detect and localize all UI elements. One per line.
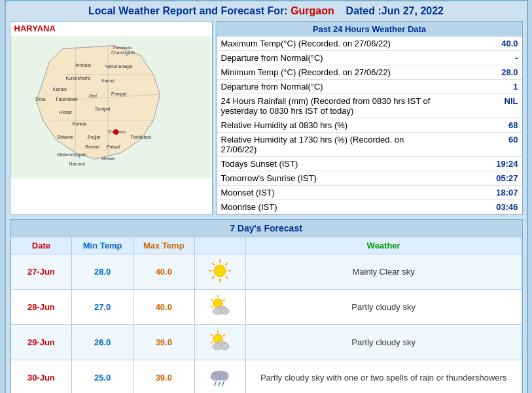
- row-value: 40.0: [446, 37, 522, 51]
- forecast-icon: [194, 290, 245, 325]
- top-section: HARYANA Chandigarh Panchkula Ambala Yamu…: [10, 21, 523, 215]
- svg-point-50: [221, 308, 229, 315]
- svg-text:Palwal: Palwal: [107, 145, 120, 149]
- table-row: Moonset (IST) 18:07: [217, 186, 522, 200]
- svg-text:Panipat: Panipat: [111, 92, 126, 97]
- header-city: Gurgaon: [291, 5, 334, 16]
- header-title-prefix: Local Weather Report and Forecast For:: [88, 5, 288, 16]
- svg-text:Rewari: Rewari: [85, 145, 99, 149]
- row-label: Relative Humidity at 1730 hrs (%) (Recor…: [217, 133, 446, 157]
- row-value: 03:46: [446, 200, 522, 214]
- svg-point-63: [219, 373, 228, 381]
- table-row: Minimum Temp (°C) (Recorded. on 27/06/22…: [217, 65, 522, 80]
- col-header-max: Max Temp: [133, 237, 194, 254]
- table-row: Relative Humidity at 0830 hrs (%) 68: [217, 118, 522, 133]
- row-value: 1: [446, 80, 522, 94]
- table-row: 27-Jun 28.0 40.0 Mainly Clear sky: [10, 254, 522, 290]
- row-value: -: [446, 51, 522, 65]
- svg-line-38: [212, 277, 215, 279]
- forecast-min-temp: 25.0: [72, 360, 133, 394]
- forecast-weather: Partly cloudy sky with one or two spells…: [245, 360, 522, 394]
- svg-text:Panchkula: Panchkula: [113, 46, 131, 50]
- svg-text:Faridabad: Faridabad: [130, 135, 151, 139]
- svg-line-36: [226, 277, 228, 279]
- svg-line-46: [211, 307, 213, 308]
- forecast-weather: Partly cloudy sky: [245, 325, 522, 360]
- svg-text:Ambala: Ambala: [75, 63, 91, 67]
- table-row: 30-Jun 25.0 39.0 Partly cloudy sky with …: [10, 360, 522, 394]
- forecast-weather: Mainly Clear sky: [245, 254, 522, 290]
- row-label: Departure from Normal(°C): [217, 80, 446, 94]
- svg-text:Rohtak: Rohtak: [72, 122, 87, 126]
- table-row: Maximum Temp(°C) (Recorded. on 27/06/22)…: [217, 37, 522, 51]
- svg-text:Mahendragarh: Mahendragarh: [57, 152, 86, 158]
- svg-text:Narnaul: Narnaul: [69, 162, 85, 166]
- svg-text:Bhiwani: Bhiwani: [57, 135, 73, 139]
- svg-text:Jhajjar: Jhajjar: [87, 135, 101, 140]
- row-label: Minimum Temp (°C) (Recorded. on 27/06/22…: [217, 65, 446, 80]
- row-label: Todays Sunset (IST): [217, 157, 446, 171]
- svg-text:Mewat: Mewat: [101, 156, 115, 161]
- table-row: Relative Humidity at 1730 hrs (%) (Recor…: [217, 133, 522, 157]
- table-row: 29-Jun 26.0 39.0 Partly cloudy sky: [10, 325, 522, 360]
- row-label: Maximum Temp(°C) (Recorded. on 27/06/22): [217, 37, 446, 51]
- row-label: 24 Hours Rainfall (mm) (Recorded from 08…: [217, 94, 446, 118]
- svg-text:Kaithal: Kaithal: [52, 87, 67, 92]
- col-header-date: Date: [10, 237, 72, 254]
- svg-text:Chandigarh: Chandigarh: [111, 50, 134, 56]
- weather-data-box: Past 24 Hours Weather Data Maximum Temp(…: [217, 21, 523, 215]
- svg-line-66: [222, 382, 224, 386]
- forecast-min-temp: 28.0: [72, 254, 133, 290]
- row-label: Departure from Normal(°C): [217, 51, 446, 65]
- past24-title: Past 24 Hours Weather Data: [217, 22, 522, 37]
- forecast-icon: [194, 325, 245, 360]
- row-label: Moonrise (IST): [217, 200, 446, 214]
- svg-line-34: [226, 263, 228, 265]
- forecast-icon: [194, 360, 245, 394]
- row-label: Tomorrow's Sunrise (IST): [217, 171, 446, 186]
- row-label: Relative Humidity at 0830 hrs (%): [217, 118, 446, 133]
- svg-text:Sirsa: Sirsa: [35, 97, 45, 101]
- forecast-date: 29-Jun: [10, 325, 72, 360]
- svg-line-65: [219, 382, 220, 386]
- svg-text:Fatehabad: Fatehabad: [56, 97, 77, 101]
- table-row: 28-Jun 27.0 40.0 Partly cloudy sky: [10, 290, 522, 325]
- svg-point-59: [213, 343, 222, 350]
- svg-point-31: [113, 129, 118, 135]
- col-header-min: Min Temp: [72, 237, 133, 254]
- row-value: 05:27: [446, 171, 522, 186]
- col-header-weather: Weather: [245, 237, 522, 254]
- row-value: 18:07: [446, 186, 522, 200]
- weather-data-table: Maximum Temp(°C) (Recorded. on 27/06/22)…: [217, 37, 522, 214]
- forecast-min-temp: 26.0: [72, 325, 133, 360]
- map-box: HARYANA Chandigarh Panchkula Ambala Yamu…: [10, 21, 213, 215]
- svg-text:Sonipat: Sonipat: [95, 107, 111, 112]
- forecast-title: 7 Day's Forecast: [10, 220, 522, 237]
- svg-line-40: [212, 263, 215, 265]
- svg-line-56: [211, 342, 213, 343]
- main-container: Local Weather Report and Forecast For: G…: [5, 0, 528, 393]
- table-row: Departure from Normal(°C) -: [217, 51, 522, 65]
- svg-line-47: [211, 299, 213, 301]
- forecast-date: 30-Jun: [10, 360, 72, 394]
- forecast-max-temp: 40.0: [133, 254, 194, 290]
- forecast-date: 27-Jun: [10, 254, 72, 290]
- forecast-max-temp: 40.0: [133, 290, 194, 325]
- forecast-weather: Partly cloudy sky: [245, 290, 522, 325]
- table-row: Tomorrow's Sunrise (IST) 05:27: [217, 171, 522, 186]
- svg-line-64: [215, 382, 216, 386]
- header-date: Dated :Jun 27, 2022: [346, 5, 444, 16]
- svg-point-32: [214, 265, 226, 277]
- page-header: Local Weather Report and Forecast For: G…: [10, 5, 523, 17]
- row-value: 68: [446, 118, 522, 133]
- svg-point-49: [213, 308, 222, 315]
- forecast-max-temp: 39.0: [133, 325, 194, 360]
- svg-text:Karnal: Karnal: [101, 78, 115, 83]
- forecast-section: 7 Day's Forecast Date Min Temp Max Temp …: [10, 219, 523, 393]
- row-value: 60: [446, 133, 522, 157]
- svg-line-43: [223, 299, 226, 301]
- svg-text:Kurukshetra: Kurukshetra: [65, 76, 90, 80]
- table-row: Moonrise (IST) 03:46: [217, 200, 522, 214]
- row-value: 19:24: [446, 157, 522, 171]
- table-row: Departure from Normal(°C) 1: [217, 80, 522, 94]
